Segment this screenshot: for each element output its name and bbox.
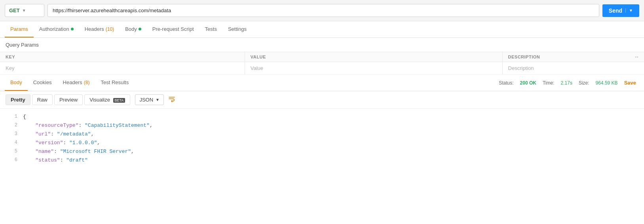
- format-pretty-button[interactable]: Pretty: [6, 94, 30, 105]
- status-value: 200 OK: [520, 80, 536, 86]
- line-number: 4: [6, 139, 17, 147]
- tab-tests[interactable]: Tests: [199, 21, 222, 38]
- code-line-5: 5 "name": "Microsoft FHIR Server",: [0, 147, 644, 156]
- top-bar: GET ▼ Send ▼: [0, 0, 644, 21]
- col-header-actions: ••: [629, 52, 644, 62]
- response-headers-badge: (8): [84, 80, 90, 85]
- json-format-chevron-icon: ▼: [156, 98, 160, 102]
- col-header-description: DESCRIPTION: [502, 52, 629, 62]
- save-response-button[interactable]: Save: [624, 80, 636, 86]
- format-raw-button[interactable]: Raw: [32, 94, 53, 105]
- code-view: 1 { 2 "resourceType": "CapabilityStateme…: [0, 109, 644, 165]
- tab-body[interactable]: Body: [120, 21, 147, 38]
- param-value-input[interactable]: Value: [245, 62, 502, 75]
- tab-response-headers[interactable]: Headers (8): [57, 75, 95, 91]
- code-line-2: 2 "resourceType": "CapabilityStatement",: [0, 121, 644, 130]
- beta-badge: BETA: [113, 98, 125, 103]
- line-number: 5: [6, 147, 17, 155]
- line-number: 6: [6, 156, 17, 164]
- col-header-key: KEY: [0, 52, 245, 62]
- send-button[interactable]: Send ▼: [602, 4, 639, 17]
- response-tabs-row: Body Cookies Headers (8) Test Results St…: [0, 75, 644, 91]
- code-content: "name": "Microsoft FHIR Server",: [23, 147, 638, 156]
- headers-badge: (10): [106, 26, 114, 32]
- tab-response-body[interactable]: Body: [5, 75, 28, 91]
- method-select[interactable]: GET ▼: [5, 4, 44, 17]
- method-label: GET: [9, 8, 20, 13]
- body-dot: [139, 28, 141, 30]
- query-params-label: Query Params: [0, 38, 644, 52]
- param-description-input[interactable]: Description: [502, 62, 629, 75]
- code-content: "url": "/metadata",: [23, 130, 638, 139]
- time-label: Time:: [543, 80, 555, 86]
- col-header-value: VALUE: [245, 52, 502, 62]
- param-row-actions: [629, 62, 644, 75]
- word-wrap-button[interactable]: [168, 95, 176, 105]
- tab-pre-request-script[interactable]: Pre-request Script: [147, 21, 199, 38]
- code-line-1: 1 {: [0, 113, 644, 121]
- code-line-4: 4 "version": "1.0.0.0",: [0, 139, 644, 147]
- format-preview-button[interactable]: Preview: [54, 94, 83, 105]
- line-number: 1: [6, 113, 17, 120]
- send-label: Send: [609, 8, 622, 14]
- tab-headers[interactable]: Headers (10): [79, 21, 120, 38]
- send-chevron-icon: ▼: [625, 8, 633, 13]
- size-value: 964.59 KB: [596, 80, 618, 86]
- request-tabs: Params Authorization Headers (10) Body P…: [0, 21, 644, 38]
- authorization-dot: [71, 28, 74, 30]
- param-key-input[interactable]: Key: [0, 62, 245, 75]
- code-content: {: [23, 113, 638, 121]
- response-status-area: Status: 200 OK Time: 2.17s Size: 964.59 …: [499, 80, 639, 86]
- code-line-6: 6 "status": "draft": [0, 156, 644, 165]
- tab-params[interactable]: Params: [5, 21, 34, 38]
- tab-cookies[interactable]: Cookies: [28, 75, 57, 91]
- code-content: "status": "draft": [23, 156, 638, 165]
- table-row: Key Value Description: [0, 62, 644, 75]
- code-line-3: 3 "url": "/metadata",: [0, 130, 644, 139]
- size-label: Size:: [579, 80, 589, 86]
- tab-settings[interactable]: Settings: [222, 21, 252, 38]
- method-chevron-icon: ▼: [22, 8, 26, 13]
- format-visualize-button[interactable]: Visualize BETA: [84, 94, 130, 105]
- tab-authorization[interactable]: Authorization: [34, 21, 79, 38]
- line-number: 3: [6, 130, 17, 138]
- json-format-label: JSON: [139, 97, 153, 103]
- json-format-select[interactable]: JSON ▼: [135, 94, 164, 105]
- time-value: 2.17s: [561, 80, 572, 86]
- code-content: "resourceType": "CapabilityStatement",: [23, 121, 638, 130]
- tab-test-results[interactable]: Test Results: [95, 75, 134, 91]
- code-content: "version": "1.0.0.0",: [23, 139, 638, 147]
- url-input[interactable]: [47, 4, 599, 17]
- status-label: Status:: [499, 80, 513, 86]
- format-toolbar: Pretty Raw Preview Visualize BETA JSON ▼: [0, 91, 644, 109]
- params-table: KEY VALUE DESCRIPTION •• Key Value Descr…: [0, 52, 644, 75]
- line-number: 2: [6, 121, 17, 129]
